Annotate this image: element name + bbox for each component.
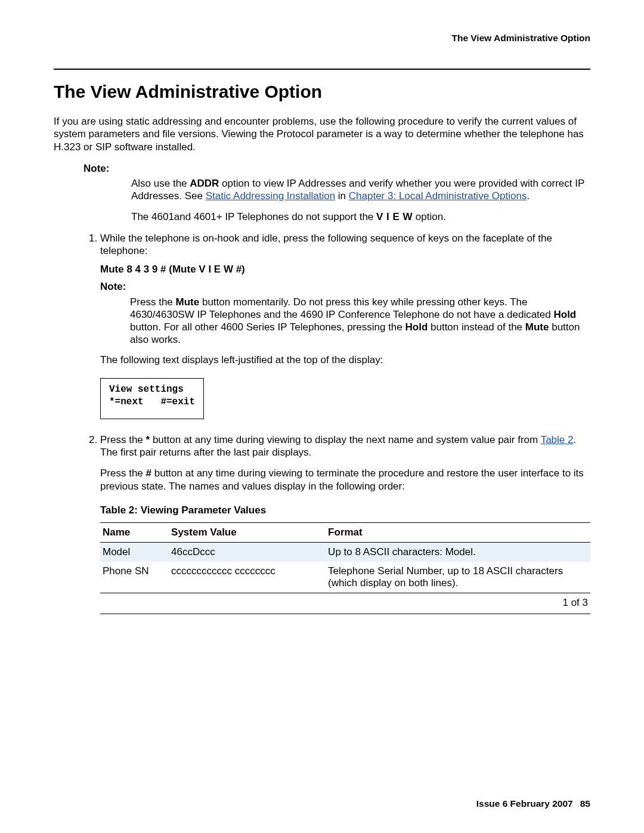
col-format: Format (326, 522, 590, 542)
issue-date: Issue 6 February 2007 (476, 798, 573, 809)
display-line-2: *=next #=exit (109, 397, 195, 407)
table-header-row: Name System Value Format (100, 522, 590, 542)
mute-button: Mute (525, 321, 549, 333)
procedure-steps: While the telephone is on-hook and idle,… (83, 232, 590, 493)
mute-sequence: Mute 8 4 3 9 # (Mute V I E W #) (100, 263, 590, 275)
display-line-1: View settings (109, 384, 184, 395)
cell-sys: cccccccccccc cccccccc (169, 562, 326, 593)
table-row: Phone SN cccccccccccc cccccccc Telephone… (100, 562, 590, 593)
text: button at any time during viewing to dis… (150, 434, 540, 445)
text: button at any time during viewing to ter… (100, 467, 584, 491)
hash-button: # (146, 467, 151, 479)
cell-fmt: Up to 8 ASCII characters: Model. (326, 542, 590, 562)
view-option: V I E W (376, 211, 413, 222)
link-chapter3[interactable]: Chapter 3: Local Administrative Options (349, 190, 527, 202)
link-table2[interactable]: Table 2 (541, 434, 574, 445)
table-row: Model 46ccDccc Up to 8 ASCII characters:… (100, 542, 590, 562)
note-label: Note: (83, 163, 590, 175)
phone-display-box: View settings *=next #=exit (100, 378, 204, 419)
cell-name: Phone SN (100, 562, 169, 593)
text: Press the (130, 296, 176, 308)
text: button. For all other 4600 Series IP Tel… (130, 321, 405, 333)
text: Press the (100, 467, 146, 479)
page: The View Administrative Option The View … (0, 0, 644, 833)
note-label: Note: (100, 280, 590, 293)
text: The 4601and 4601+ IP Telephones do not s… (131, 211, 376, 222)
step-text: Press the * button at any time during vi… (100, 433, 590, 459)
running-header: The View Administrative Option (54, 33, 590, 44)
mute-button: Mute (176, 296, 200, 308)
col-name: Name (100, 522, 169, 542)
table-pagination: 1 of 3 (100, 593, 590, 614)
note-body: Also use the ADDR option to view IP Addr… (131, 177, 590, 203)
page-title: The View Administrative Option (54, 82, 590, 102)
display-intro: The following text displays left-justifi… (100, 354, 590, 366)
step-text-2: Press the # button at any time during vi… (100, 467, 590, 493)
note-body-2: The 4601and 4601+ IP Telephones do not s… (131, 210, 590, 223)
page-number: 85 (580, 798, 590, 809)
text: . (527, 190, 530, 202)
step-1: While the telephone is on-hook and idle,… (100, 232, 590, 428)
addr-option: ADDR (190, 178, 219, 189)
intro-paragraph: If you are using static addressing and e… (54, 115, 590, 153)
step-2: Press the * button at any time during vi… (100, 433, 590, 493)
text: Press the (100, 434, 146, 445)
page-footer: Issue 6 February 200785 (476, 798, 590, 809)
divider (54, 69, 590, 70)
link-static-addressing[interactable]: Static Addressing Installation (206, 190, 335, 202)
hold-button: Hold (553, 309, 576, 320)
parameter-table: Name System Value Format Model 46ccDccc … (100, 522, 590, 593)
col-system-value: System Value (169, 522, 326, 542)
hold-button: Hold (405, 321, 428, 333)
text: button instead of the (428, 321, 525, 333)
step-text: While the telephone is on-hook and idle,… (100, 232, 590, 258)
text: option. (413, 211, 446, 222)
table-caption: Table 2: Viewing Parameter Values (100, 504, 590, 516)
note-body: Press the Mute button momentarily. Do no… (130, 296, 590, 346)
text: Also use the (131, 178, 190, 189)
cell-sys: 46ccDccc (169, 542, 326, 562)
text: in (335, 190, 349, 202)
cell-fmt: Telephone Serial Number, up to 18 ASCII … (326, 562, 590, 593)
cell-name: Model (100, 542, 169, 562)
